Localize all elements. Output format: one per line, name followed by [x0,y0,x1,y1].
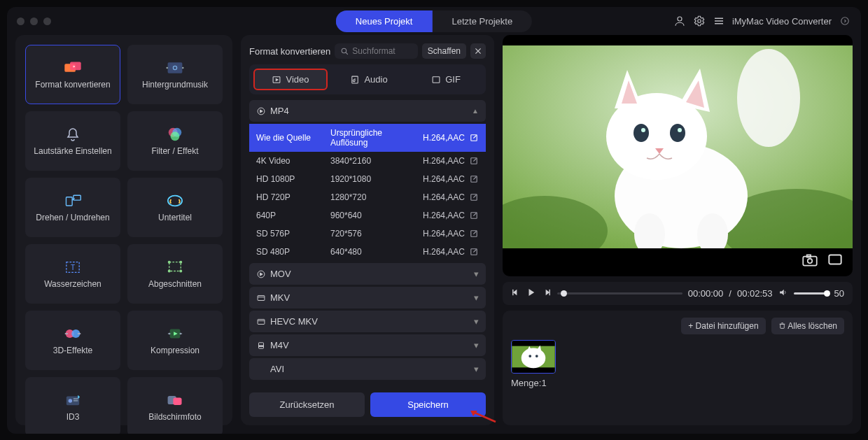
user-icon[interactable] [673,15,686,27]
panel-buttons: Zurücksetzen Speichern [249,392,486,417]
project-tabs: Neues Projekt Letzte Projekte [336,10,532,32]
preview-image [503,45,853,248]
preset-name: Wie die Quelle [256,133,326,143]
trash-icon [778,322,786,329]
rotate-icon [64,193,82,208]
format-mkv-header[interactable]: MKV ▾ [249,287,486,308]
svg-rect-61 [259,346,264,346]
format-mov-header[interactable]: MOV ▾ [249,263,486,285]
format-mp4-header[interactable]: MP4 ▲ [249,100,486,122]
format-avi-header[interactable]: AVI ▾ [249,358,486,380]
tool-label: Filter / Effekt [151,146,198,156]
queue-item[interactable] [511,340,556,374]
svg-point-24 [180,270,182,272]
preset-row[interactable]: HD 720P 1280*720 H.264,AAC [249,188,486,206]
svg-rect-44 [433,76,440,82]
add-file-button[interactable]: + Datei hinzufügen [681,318,765,334]
svg-point-0 [678,17,682,21]
edit-icon[interactable] [469,156,479,166]
preset-row[interactable]: Wie die Quelle Ursprüngliche Auflösung H… [249,124,486,152]
prev-button[interactable] [511,288,521,299]
edit-icon[interactable] [469,192,479,202]
clear-all-button[interactable]: Alles löschen [771,318,844,334]
close-panel-button[interactable] [470,43,486,59]
edit-icon[interactable] [469,174,479,184]
preset-row[interactable]: 640P 960*640 H.264,AAC [249,206,486,225]
tool-3d[interactable]: 3D-Effekte [25,311,120,370]
svg-rect-56 [258,295,265,300]
volume-slider[interactable] [794,292,829,294]
svg-rect-36 [173,397,181,404]
tab-gif[interactable]: GIF [410,69,482,90]
svg-point-80 [808,259,813,264]
play-button[interactable] [526,288,536,299]
svg-marker-88 [780,290,784,295]
settings-icon[interactable] [693,15,706,27]
format-name: MOV [270,269,291,279]
preset-res: 640*480 [330,247,419,257]
tool-rotate[interactable]: Drehen / Umdrehen [25,178,120,237]
chevron-right-icon[interactable] [839,15,851,27]
volume-icon[interactable] [778,288,788,299]
format-name: HEVC MKV [270,316,318,327]
preset-row[interactable]: 4K Video 3840*2160 H.264,AAC [249,152,486,170]
tool-screenshot[interactable]: Bildschirmfoto [127,377,223,434]
close-window-icon[interactable] [17,17,24,25]
tool-label: Drehen / Umdrehen [36,213,109,222]
search-placeholder: Suchformat [352,46,395,56]
tab-recent-projects[interactable]: Letzte Projekte [432,10,532,32]
tab-video[interactable]: Video [253,69,328,90]
tool-id3[interactable]: ID3 [25,377,120,434]
edit-icon[interactable] [469,211,479,220]
tool-filter[interactable]: Filter / Effekt [127,111,223,171]
tool-format-convert[interactable]: Format konvertieren [25,45,120,104]
preset-name: HD 1080P [256,174,326,184]
preset-row[interactable]: SD 576P 720*576 H.264,AAC [249,225,486,243]
tool-crop[interactable]: Abgeschnitten [127,244,223,304]
edit-icon[interactable] [469,247,479,257]
tool-bg-music[interactable]: Hintergrundmusik [127,45,223,104]
preset-name: 4K Video [256,156,326,166]
time-total: 00:02:53 [737,288,773,299]
preset-row[interactable]: HD 1080P 1920*1080 H.264,AAC [249,170,486,188]
progress-bar[interactable] [557,292,682,294]
svg-rect-84 [512,290,513,295]
preset-codec: H.264,AAC [423,211,465,220]
tool-label: Abgeschnitten [148,279,202,289]
svg-point-76 [641,128,645,132]
preset-row[interactable]: SD 480P 640*480 H.264,AAC [249,243,486,261]
search-input[interactable]: Suchformat [335,43,418,59]
tab-audio[interactable]: Audio [333,69,405,90]
tab-new-project[interactable]: Neues Projekt [336,10,433,32]
topbar-right: iMyMac Video Converter [673,15,851,27]
window-controls [17,17,51,25]
create-button[interactable]: Schaffen [422,43,466,59]
edit-icon[interactable] [469,229,479,239]
svg-rect-87 [550,290,550,295]
watermark-icon: T [64,260,82,275]
tool-compress[interactable]: Kompression [127,311,223,370]
maximize-window-icon[interactable] [43,17,51,25]
preset-name: SD 480P [256,247,326,257]
next-button[interactable] [542,288,552,299]
tool-label: Lautstärke Einstellen [34,146,111,156]
tool-label: ID3 [66,412,80,422]
preset-res: 1920*1080 [330,174,419,184]
fullscreen-button[interactable] [825,251,846,269]
queue-count-label: Menge: [511,378,541,388]
menu-icon[interactable] [713,15,725,27]
preset-name: SD 576P [256,229,326,239]
tool-watermark[interactable]: T Wasserzeichen [25,244,120,304]
format-hevcmkv-header[interactable]: HEVC MKV ▾ [249,311,486,332]
chevron-down-icon: ▾ [474,340,479,350]
camera-icon [799,251,820,269]
save-button[interactable]: Speichern [370,392,486,417]
tool-volume[interactable]: Lautstärke Einstellen [25,111,120,171]
minimize-window-icon[interactable] [30,17,38,25]
reset-button[interactable]: Zurücksetzen [249,392,365,417]
snapshot-button[interactable] [799,251,820,269]
svg-rect-94 [512,367,554,373]
edit-icon[interactable] [469,133,479,143]
format-m4v-header[interactable]: M4V ▾ [249,334,486,356]
tool-subtitle[interactable]: Untertitel [127,178,223,237]
